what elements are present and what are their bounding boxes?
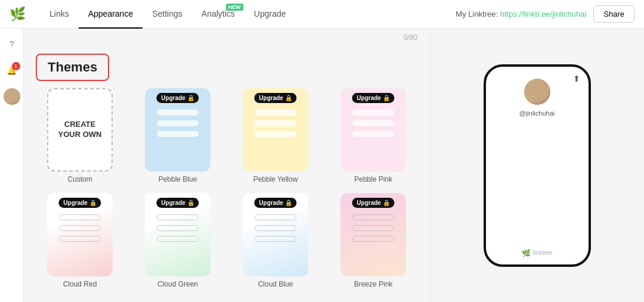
- theme-preview-pebble-blue: Upgrade 🔒: [145, 88, 210, 172]
- upgrade-badge-cloud-red: Upgrade 🔒: [58, 198, 101, 208]
- theme-label-cloud-red: Cloud Red: [63, 280, 97, 288]
- nav-upgrade-link[interactable]: Upgrade: [244, 0, 296, 29]
- theme-label-custom: Custom: [67, 175, 92, 183]
- theme-bar-outline: [352, 225, 394, 231]
- theme-bar: [352, 131, 394, 137]
- char-count-row: 0/80: [24, 29, 429, 46]
- upgrade-badge-pebble-pink: Upgrade 🔒: [352, 93, 394, 103]
- theme-bar: [255, 131, 296, 137]
- theme-bar-outline: [255, 236, 296, 242]
- my-linktree-url[interactable]: https://linktr.ee/jinlichuhai: [500, 10, 587, 18]
- theme-grid: CREATEYOUR OWN Custom Upgrade 🔒 Pebble B…: [24, 88, 429, 300]
- theme-label-cloud-blue: Cloud Blue: [258, 280, 293, 288]
- avatar-image: [4, 88, 20, 105]
- logo-icon[interactable]: 🌿: [10, 7, 26, 22]
- theme-bar-outline: [255, 214, 296, 220]
- theme-bar: [352, 110, 394, 116]
- theme-bar: [157, 131, 199, 137]
- help-icon[interactable]: ?: [4, 36, 20, 52]
- my-linktree-label: My Linktree: https://linktr.ee/jinlichuh…: [456, 10, 586, 18]
- left-sidebar: ? 🔔 1: [0, 29, 24, 302]
- nav-settings-link[interactable]: Settings: [143, 0, 192, 29]
- notification-badge: 1: [12, 62, 20, 70]
- phone-avatar: [524, 79, 550, 105]
- theme-bar-outline: [157, 236, 199, 242]
- theme-bar-outline: [59, 225, 101, 231]
- top-nav: 🌿 Links Appearance Settings Analytics NE…: [0, 0, 644, 29]
- theme-bar-outline: [59, 214, 101, 220]
- nav-links: Links Appearance Settings Analytics NEW …: [40, 0, 456, 29]
- theme-card-cloud-green[interactable]: Upgrade 🔒 Cloud Green: [134, 193, 222, 288]
- theme-card-pebble-blue[interactable]: Upgrade 🔒 Pebble Blue: [134, 88, 222, 183]
- phone-linktree-label: linktree: [533, 250, 552, 256]
- phone-top: @jinlichuhai: [493, 79, 581, 117]
- phone-username: @jinlichuhai: [519, 110, 555, 117]
- nav-links-link[interactable]: Links: [40, 0, 79, 29]
- theme-preview-custom: CREATEYOUR OWN: [47, 88, 113, 172]
- content-area: 0/80 Themes CREATEYOUR OWN Custom Upgrad…: [24, 29, 429, 302]
- theme-bar: [157, 120, 199, 126]
- theme-bar: [255, 120, 296, 126]
- upgrade-badge-cloud-blue: Upgrade 🔒: [254, 198, 296, 208]
- theme-label-pebble-blue: Pebble Blue: [159, 175, 197, 183]
- theme-bar-outline: [352, 214, 394, 220]
- theme-card-custom[interactable]: CREATEYOUR OWN Custom: [36, 88, 124, 183]
- preview-panel: ⬆ @jinlichuhai 🌿 linktree: [429, 29, 644, 302]
- themes-section-header: Themes: [36, 54, 109, 81]
- theme-label-cloud-green: Cloud Green: [157, 280, 198, 288]
- main-layout: ? 🔔 1 0/80 Themes CREATEYOUR OWN Custom: [0, 29, 644, 302]
- theme-preview-pebble-pink: Upgrade 🔒: [340, 88, 406, 172]
- theme-bar-outline: [59, 236, 101, 242]
- theme-bar: [352, 120, 394, 126]
- theme-bar: [157, 110, 199, 116]
- char-count: 0/80: [404, 33, 417, 42]
- theme-card-pebble-pink[interactable]: Upgrade 🔒 Pebble Pink: [329, 88, 417, 183]
- theme-bar-outline: [255, 225, 296, 231]
- theme-bar: [255, 110, 296, 116]
- theme-bar-outline: [157, 225, 199, 231]
- theme-card-cloud-blue[interactable]: Upgrade 🔒 Cloud Blue: [231, 193, 320, 288]
- themes-title: Themes: [48, 60, 97, 74]
- new-badge: NEW: [226, 4, 243, 11]
- upgrade-badge-pebble-blue: Upgrade 🔒: [156, 93, 199, 103]
- theme-preview-pebble-yellow: Upgrade 🔒: [243, 88, 308, 172]
- theme-preview-cloud-green: Upgrade 🔒: [145, 193, 210, 276]
- phone-mockup: ⬆ @jinlichuhai 🌿 linktree: [484, 64, 591, 267]
- theme-card-pebble-yellow[interactable]: Upgrade 🔒 Pebble Yellow: [231, 88, 320, 183]
- theme-bar-outline: [157, 214, 199, 220]
- theme-preview-cloud-red: Upgrade 🔒: [47, 193, 113, 276]
- share-button[interactable]: Share: [593, 5, 634, 23]
- nav-right: My Linktree: https://linktr.ee/jinlichuh…: [456, 5, 634, 23]
- theme-label-pebble-yellow: Pebble Yellow: [253, 175, 298, 183]
- nav-analytics-link[interactable]: Analytics NEW: [192, 0, 244, 29]
- upgrade-badge-pebble-yellow: Upgrade 🔒: [254, 93, 296, 103]
- theme-preview-breeze-pink: Upgrade 🔒: [340, 193, 406, 276]
- upgrade-badge-breeze-pink: Upgrade 🔒: [352, 198, 394, 208]
- theme-label-pebble-pink: Pebble Pink: [354, 175, 392, 183]
- custom-text: CREATEYOUR OWN: [58, 120, 102, 140]
- phone-linktree-icon: 🌿: [522, 249, 531, 257]
- avatar[interactable]: [4, 88, 20, 105]
- theme-label-breeze-pink: Breeze Pink: [354, 280, 393, 288]
- nav-appearance-link[interactable]: Appearance: [79, 0, 143, 29]
- phone-bottom: 🌿 linktree: [522, 249, 552, 257]
- theme-preview-cloud-blue: Upgrade 🔒: [243, 193, 308, 276]
- upgrade-badge-cloud-green: Upgrade 🔒: [156, 198, 199, 208]
- theme-bar-outline: [352, 236, 394, 242]
- theme-card-cloud-red[interactable]: Upgrade 🔒 Cloud Red: [36, 193, 124, 288]
- theme-card-breeze-pink[interactable]: Upgrade 🔒 Breeze Pink: [329, 193, 417, 288]
- notification-icon[interactable]: 🔔 1: [4, 62, 20, 79]
- phone-share-icon: ⬆: [573, 74, 580, 83]
